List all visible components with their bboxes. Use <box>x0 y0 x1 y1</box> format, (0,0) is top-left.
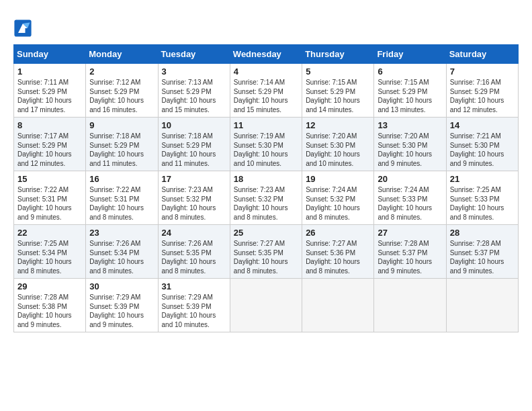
calendar-cell: 12Sunrise: 7:20 AMSunset: 5:30 PMDayligh… <box>302 118 374 171</box>
day-header-tuesday: Tuesday <box>158 45 230 64</box>
day-header-thursday: Thursday <box>302 45 374 64</box>
day-number: 13 <box>378 120 442 130</box>
day-number: 25 <box>234 228 298 238</box>
day-number: 21 <box>450 174 515 184</box>
calendar-cell: 18Sunrise: 7:23 AMSunset: 5:32 PMDayligh… <box>230 171 302 225</box>
cell-info: Sunrise: 7:25 AMSunset: 5:34 PMDaylight:… <box>17 239 82 275</box>
cell-info: Sunrise: 7:18 AMSunset: 5:29 PMDaylight:… <box>162 132 226 168</box>
calendar-header-row: SundayMondayTuesdayWednesdayThursdayFrid… <box>14 45 519 64</box>
day-number: 4 <box>234 66 298 77</box>
cell-info: Sunrise: 7:26 AMSunset: 5:34 PMDaylight:… <box>89 239 154 275</box>
cell-info: Sunrise: 7:28 AMSunset: 5:38 PMDaylight:… <box>17 293 82 329</box>
calendar-cell: 1Sunrise: 7:11 AMSunset: 5:29 PMDaylight… <box>14 64 86 118</box>
calendar-cell: 15Sunrise: 7:22 AMSunset: 5:31 PMDayligh… <box>14 171 86 225</box>
calendar-cell-empty <box>374 279 446 332</box>
cell-info: Sunrise: 7:16 AMSunset: 5:29 PMDaylight:… <box>450 78 515 114</box>
calendar-week-row: 15Sunrise: 7:22 AMSunset: 5:31 PMDayligh… <box>14 171 519 225</box>
logo <box>13 19 34 38</box>
calendar-cell: 3Sunrise: 7:13 AMSunset: 5:29 PMDaylight… <box>158 64 230 118</box>
cell-info: Sunrise: 7:25 AMSunset: 5:33 PMDaylight:… <box>450 185 515 222</box>
calendar-cell: 5Sunrise: 7:15 AMSunset: 5:29 PMDaylight… <box>302 64 374 118</box>
cell-info: Sunrise: 7:17 AMSunset: 5:29 PMDaylight:… <box>17 132 82 168</box>
cell-info: Sunrise: 7:15 AMSunset: 5:29 PMDaylight:… <box>378 78 442 114</box>
cell-info: Sunrise: 7:22 AMSunset: 5:31 PMDaylight:… <box>89 185 154 222</box>
calendar-cell: 11Sunrise: 7:19 AMSunset: 5:30 PMDayligh… <box>230 118 302 171</box>
day-number: 29 <box>17 281 82 291</box>
day-number: 26 <box>306 228 370 238</box>
calendar-week-row: 29Sunrise: 7:28 AMSunset: 5:38 PMDayligh… <box>14 279 519 332</box>
day-number: 30 <box>89 281 154 291</box>
calendar-cell: 30Sunrise: 7:29 AMSunset: 5:39 PMDayligh… <box>86 279 158 332</box>
day-header-friday: Friday <box>374 45 446 64</box>
cell-info: Sunrise: 7:28 AMSunset: 5:37 PMDaylight:… <box>378 239 442 275</box>
cell-info: Sunrise: 7:18 AMSunset: 5:29 PMDaylight:… <box>89 132 154 168</box>
day-number: 31 <box>162 281 226 291</box>
day-number: 6 <box>378 66 442 77</box>
day-number: 24 <box>162 228 226 238</box>
calendar-cell: 6Sunrise: 7:15 AMSunset: 5:29 PMDaylight… <box>374 64 446 118</box>
cell-info: Sunrise: 7:14 AMSunset: 5:29 PMDaylight:… <box>234 78 298 114</box>
calendar-cell: 7Sunrise: 7:16 AMSunset: 5:29 PMDaylight… <box>446 64 518 118</box>
cell-info: Sunrise: 7:23 AMSunset: 5:32 PMDaylight:… <box>162 185 226 222</box>
calendar-cell: 25Sunrise: 7:27 AMSunset: 5:35 PMDayligh… <box>230 225 302 279</box>
calendar-cell: 17Sunrise: 7:23 AMSunset: 5:32 PMDayligh… <box>158 171 230 225</box>
logo-icon <box>13 19 32 38</box>
cell-info: Sunrise: 7:28 AMSunset: 5:37 PMDaylight:… <box>450 239 515 275</box>
day-number: 8 <box>17 120 82 130</box>
calendar-cell-empty <box>302 279 374 332</box>
cell-info: Sunrise: 7:27 AMSunset: 5:35 PMDaylight:… <box>234 239 298 275</box>
day-number: 18 <box>234 174 298 184</box>
calendar-cell: 14Sunrise: 7:21 AMSunset: 5:30 PMDayligh… <box>446 118 518 171</box>
day-number: 22 <box>17 228 82 238</box>
cell-info: Sunrise: 7:27 AMSunset: 5:36 PMDaylight:… <box>306 239 370 275</box>
day-number: 16 <box>89 174 154 184</box>
day-number: 20 <box>378 174 442 184</box>
day-number: 17 <box>162 174 226 184</box>
calendar-cell: 22Sunrise: 7:25 AMSunset: 5:34 PMDayligh… <box>14 225 86 279</box>
day-number: 11 <box>234 120 298 130</box>
calendar-cell: 29Sunrise: 7:28 AMSunset: 5:38 PMDayligh… <box>14 279 86 332</box>
day-number: 2 <box>89 66 154 77</box>
day-header-wednesday: Wednesday <box>230 45 302 64</box>
day-number: 9 <box>89 120 154 130</box>
calendar-cell: 10Sunrise: 7:18 AMSunset: 5:29 PMDayligh… <box>158 118 230 171</box>
cell-info: Sunrise: 7:26 AMSunset: 5:35 PMDaylight:… <box>162 239 226 275</box>
calendar-cell: 13Sunrise: 7:20 AMSunset: 5:30 PMDayligh… <box>374 118 446 171</box>
cell-info: Sunrise: 7:11 AMSunset: 5:29 PMDaylight:… <box>17 78 82 114</box>
day-number: 23 <box>89 228 154 238</box>
cell-info: Sunrise: 7:13 AMSunset: 5:29 PMDaylight:… <box>162 78 226 114</box>
cell-info: Sunrise: 7:20 AMSunset: 5:30 PMDaylight:… <box>378 132 442 168</box>
day-header-monday: Monday <box>86 45 158 64</box>
day-number: 14 <box>450 120 515 130</box>
calendar-week-row: 8Sunrise: 7:17 AMSunset: 5:29 PMDaylight… <box>14 118 519 171</box>
calendar-cell: 31Sunrise: 7:29 AMSunset: 5:39 PMDayligh… <box>158 279 230 332</box>
day-number: 1 <box>17 66 82 77</box>
day-header-saturday: Saturday <box>446 45 518 64</box>
calendar-cell: 4Sunrise: 7:14 AMSunset: 5:29 PMDaylight… <box>230 64 302 118</box>
calendar-cell: 27Sunrise: 7:28 AMSunset: 5:37 PMDayligh… <box>374 225 446 279</box>
cell-info: Sunrise: 7:23 AMSunset: 5:32 PMDaylight:… <box>234 185 298 222</box>
cell-info: Sunrise: 7:12 AMSunset: 5:29 PMDaylight:… <box>89 78 154 114</box>
calendar-cell: 28Sunrise: 7:28 AMSunset: 5:37 PMDayligh… <box>446 225 518 279</box>
calendar-cell: 2Sunrise: 7:12 AMSunset: 5:29 PMDaylight… <box>86 64 158 118</box>
day-number: 5 <box>306 66 370 77</box>
day-number: 27 <box>378 228 442 238</box>
cell-info: Sunrise: 7:22 AMSunset: 5:31 PMDaylight:… <box>17 185 82 222</box>
day-number: 3 <box>162 66 226 77</box>
calendar-cell-empty <box>230 279 302 332</box>
calendar-cell: 21Sunrise: 7:25 AMSunset: 5:33 PMDayligh… <box>446 171 518 225</box>
calendar-cell: 20Sunrise: 7:24 AMSunset: 5:33 PMDayligh… <box>374 171 446 225</box>
calendar-cell: 26Sunrise: 7:27 AMSunset: 5:36 PMDayligh… <box>302 225 374 279</box>
calendar-cell: 19Sunrise: 7:24 AMSunset: 5:32 PMDayligh… <box>302 171 374 225</box>
cell-info: Sunrise: 7:24 AMSunset: 5:32 PMDaylight:… <box>306 185 370 222</box>
calendar-cell: 9Sunrise: 7:18 AMSunset: 5:29 PMDaylight… <box>86 118 158 171</box>
calendar-cell: 23Sunrise: 7:26 AMSunset: 5:34 PMDayligh… <box>86 225 158 279</box>
calendar-table: SundayMondayTuesdayWednesdayThursdayFrid… <box>13 44 519 332</box>
day-number: 12 <box>306 120 370 130</box>
day-number: 28 <box>450 228 515 238</box>
cell-info: Sunrise: 7:20 AMSunset: 5:30 PMDaylight:… <box>306 132 370 168</box>
day-number: 19 <box>306 174 370 184</box>
calendar-cell: 24Sunrise: 7:26 AMSunset: 5:35 PMDayligh… <box>158 225 230 279</box>
cell-info: Sunrise: 7:29 AMSunset: 5:39 PMDaylight:… <box>89 293 154 329</box>
day-header-sunday: Sunday <box>14 45 86 64</box>
